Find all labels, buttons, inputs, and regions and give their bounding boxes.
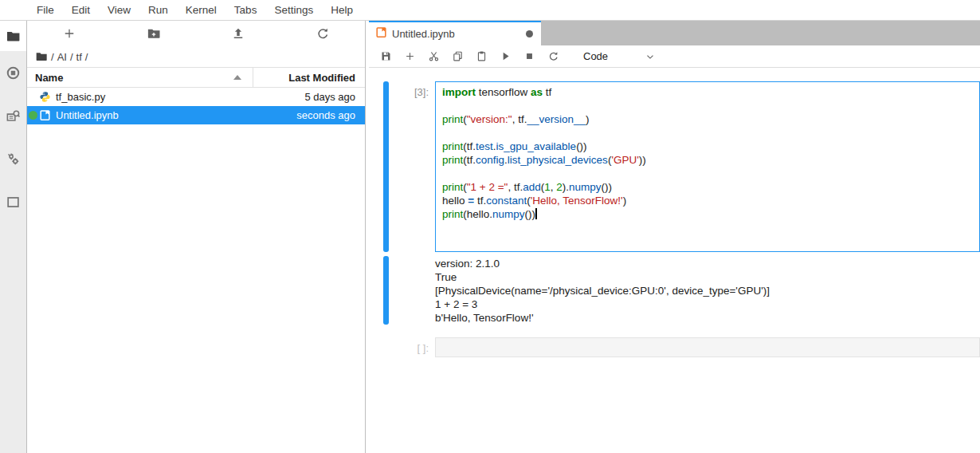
file-name: tf_basic.py (56, 91, 253, 103)
refresh-icon (316, 26, 330, 41)
code-token: , tf. (508, 181, 523, 193)
code-cell-editor[interactable] (435, 337, 980, 357)
code-token: tensorflow (476, 86, 531, 98)
cell-prompt (389, 256, 435, 325)
code-line (442, 167, 979, 180)
cell-content: import tensorflow as tf print("version:"… (435, 81, 980, 252)
save-icon (380, 50, 392, 62)
notebook-file-icon (39, 109, 52, 122)
code-line: print(hello.numpy()) (442, 207, 979, 221)
code-token: ) (586, 113, 590, 125)
folder-icon[interactable] (35, 50, 48, 63)
output-line: b'Hello, TensorFlow!' (435, 311, 980, 325)
output-collapser[interactable] (383, 256, 389, 325)
breadcrumb-separator: / (85, 51, 88, 63)
modified-column-header[interactable]: Last Modified (253, 72, 365, 84)
sort-ascending-icon (233, 75, 241, 80)
menu-kernel[interactable]: Kernel (177, 0, 225, 20)
code-line (442, 221, 979, 234)
open-tabs-icon (6, 195, 21, 210)
restart-kernel-button[interactable] (547, 50, 559, 63)
sidebar-tab-open-tabs[interactable] (0, 180, 26, 223)
run-cell-button[interactable] (499, 50, 512, 63)
code-token: ()) (602, 181, 613, 193)
tab-untitled-ipynb[interactable]: Untitled.ipynb (369, 21, 541, 45)
code-token: ). (563, 181, 569, 193)
code-line (442, 126, 979, 140)
new-folder-button[interactable] (112, 26, 196, 41)
input-collapser[interactable] (383, 81, 389, 252)
menu-settings[interactable]: Settings (265, 0, 322, 20)
code-token: "1 + 2 =" (467, 181, 508, 193)
add-cell-button[interactable] (403, 50, 416, 63)
python-file-icon (39, 91, 52, 104)
menu-edit[interactable]: Edit (63, 0, 99, 20)
code-token: numpy (492, 208, 525, 220)
stop-kernel-button[interactable] (523, 50, 535, 63)
save-button[interactable] (379, 50, 392, 63)
copy-cell-button[interactable] (451, 50, 464, 63)
code-token: print (442, 113, 463, 125)
notebook-toolbar: Code (369, 45, 980, 68)
code-token: __version__ (527, 113, 586, 125)
notebook-icon (375, 26, 387, 41)
new-launcher-icon (62, 26, 76, 41)
input-collapser[interactable] (383, 337, 389, 357)
code-token: 1 (544, 181, 551, 193)
file-row-tf-basic-py[interactable]: tf_basic.py5 days ago (27, 88, 365, 106)
menu-run[interactable]: Run (139, 0, 177, 20)
breadcrumb-separator: / (51, 51, 54, 63)
code-line: print(tf.config.list_physical_devices('G… (442, 153, 979, 167)
stop-kernel-icon (523, 50, 535, 62)
file-modified: seconds ago (253, 109, 365, 121)
breadcrumb-item-ai[interactable]: AI (57, 51, 67, 63)
code-cell-editor[interactable]: import tensorflow as tf print("version:"… (435, 81, 980, 252)
output-line: [PhysicalDevice(name='/physical_device:G… (435, 284, 980, 297)
code-line: hello = tf.constant('Hello, TensorFlow!'… (442, 194, 979, 207)
upload-icon (231, 26, 245, 41)
restart-kernel-icon (547, 50, 559, 62)
sidebar-tab-property-inspector[interactable] (0, 137, 26, 180)
menu-tabs[interactable]: Tabs (225, 0, 266, 20)
command-palette-icon (6, 108, 21, 124)
menu-view[interactable]: View (99, 0, 139, 20)
chevron-down-icon (645, 51, 656, 62)
menu-help[interactable]: Help (322, 0, 362, 20)
breadcrumb-item-tf[interactable]: tf (76, 51, 82, 63)
cell-row: [3]:import tensorflow as tf print("versi… (369, 81, 980, 252)
text-cursor (535, 208, 537, 219)
left-sidebar (0, 21, 27, 453)
notebook-area: [3]:import tensorflow as tf print("versi… (369, 68, 980, 453)
paste-cell-button[interactable] (475, 50, 488, 63)
file-browser-panel: /AI/tf/ Name Last Modified tf_basic.py5 … (27, 21, 366, 453)
sidebar-tab-running-sessions[interactable] (0, 51, 26, 94)
upload-button[interactable] (196, 26, 280, 41)
main-layout: /AI/tf/ Name Last Modified tf_basic.py5 … (0, 21, 980, 453)
code-token: )) (639, 154, 646, 166)
code-token: = (468, 195, 474, 207)
file-row-untitled-ipynb[interactable]: Untitled.ipynbseconds ago (27, 106, 365, 124)
menu-bar: FileEditViewRunKernelTabsSettingsHelp (0, 0, 980, 21)
code-token: 2 (556, 181, 563, 193)
code-token: (tf. (463, 140, 476, 152)
cell-gutter (369, 256, 383, 325)
file-modified: 5 days ago (253, 91, 365, 103)
code-line: print(tf.test.is_gpu_available()) (442, 140, 979, 153)
sidebar-tab-file-browser[interactable] (0, 21, 26, 51)
refresh-button[interactable] (280, 26, 365, 41)
code-token: print (442, 181, 463, 193)
sidebar-tab-command-palette[interactable] (0, 94, 26, 137)
cell-type-dropdown[interactable]: Code (583, 50, 656, 62)
name-column-header[interactable]: Name (27, 72, 253, 84)
cut-cell-button[interactable] (427, 50, 440, 63)
run-cell-icon (500, 50, 512, 62)
tab-title: Untitled.ipynb (392, 28, 521, 40)
code-token: 'Hello, TensorFlow!' (531, 195, 623, 207)
tab-bar: Untitled.ipynb (369, 21, 980, 45)
code-token: ()) (525, 208, 536, 220)
menu-file[interactable]: File (28, 0, 63, 20)
new-launcher-button[interactable] (27, 26, 112, 41)
file-browser-toolbar (27, 21, 365, 46)
cell-gutter (369, 81, 383, 252)
unsaved-changes-indicator[interactable] (526, 30, 533, 37)
